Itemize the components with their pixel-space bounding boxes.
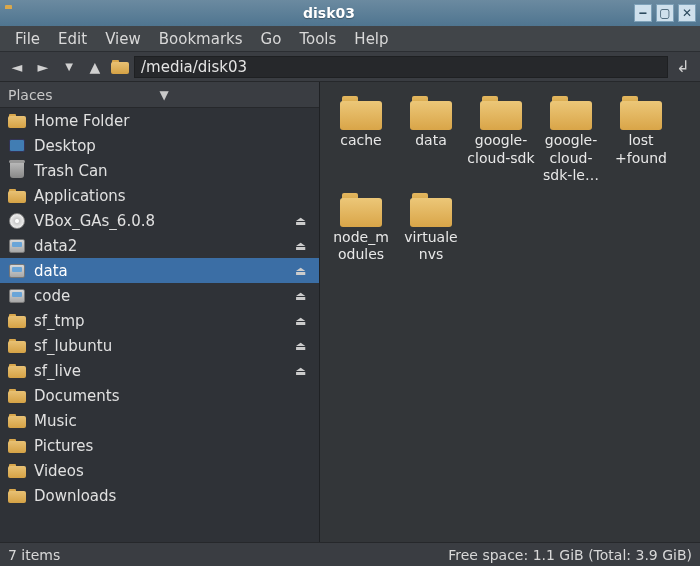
- sidebar-item-label: code: [34, 287, 287, 305]
- sidebar-item-label: Documents: [34, 387, 311, 405]
- drive-icon: [8, 237, 26, 255]
- sidebar-item-label: data: [34, 262, 287, 280]
- sidebar-item-data[interactable]: data ⏏: [0, 258, 319, 283]
- folder-icon: [8, 112, 26, 130]
- nav-home-button[interactable]: [110, 57, 130, 77]
- file-item-google-cloud-sdk[interactable]: google-cloud-sdk: [466, 92, 536, 189]
- window-folder-icon: [4, 5, 20, 21]
- eject-icon[interactable]: ⏏: [295, 239, 311, 253]
- nav-history-button[interactable]: ▼: [58, 56, 80, 78]
- sidebar-item-label: Videos: [34, 462, 311, 480]
- bookmark-button[interactable]: ↲: [672, 56, 694, 78]
- folder-icon: [8, 337, 26, 355]
- sidebar-item-music[interactable]: Music: [0, 408, 319, 433]
- drive-icon: [8, 262, 26, 280]
- sidebar-item-trash-can[interactable]: Trash Can: [0, 158, 319, 183]
- maximize-button[interactable]: ▢: [656, 4, 674, 22]
- menu-bookmarks[interactable]: Bookmarks: [150, 27, 252, 51]
- eject-icon[interactable]: ⏏: [295, 289, 311, 303]
- disc-icon: [8, 212, 26, 230]
- status-free-space: Free space: 1.1 GiB (Total: 3.9 GiB): [448, 547, 692, 563]
- sidebar-header-label: Places: [8, 87, 160, 103]
- file-label: data: [396, 132, 466, 150]
- trash-icon: [8, 162, 26, 180]
- sidebar-item-documents[interactable]: Documents: [0, 383, 319, 408]
- sidebar-item-applications[interactable]: Applications: [0, 183, 319, 208]
- eject-icon[interactable]: ⏏: [295, 314, 311, 328]
- toolbar: ◄ ► ▼ ▲ /media/disk03 ↲: [0, 52, 700, 82]
- sidebar-item-pictures[interactable]: Pictures: [0, 433, 319, 458]
- nav-back-button[interactable]: ◄: [6, 56, 28, 78]
- sidebar-item-label: Downloads: [34, 487, 311, 505]
- menu-help[interactable]: Help: [345, 27, 397, 51]
- icon-view[interactable]: cache data google-cloud-sdk google-cloud…: [320, 82, 700, 542]
- sidebar-item-label: sf_lubuntu: [34, 337, 287, 355]
- file-item-cache[interactable]: cache: [326, 92, 396, 189]
- sidebar-item-label: sf_live: [34, 362, 287, 380]
- folder-icon: [8, 412, 26, 430]
- status-items: 7 items: [8, 547, 448, 563]
- file-label: cache: [326, 132, 396, 150]
- file-item-google-cloud-sdk-le-[interactable]: google-cloud-sdk-le…: [536, 92, 606, 189]
- sidebar-item-label: data2: [34, 237, 287, 255]
- sidebar-item-code[interactable]: code ⏏: [0, 283, 319, 308]
- menu-go[interactable]: Go: [252, 27, 291, 51]
- sidebar: Places ▼ Home Folder Desktop Trash Can A…: [0, 82, 320, 542]
- folder-icon: [8, 437, 26, 455]
- eject-icon[interactable]: ⏏: [295, 264, 311, 278]
- drive-icon: [8, 287, 26, 305]
- menu-view[interactable]: View: [96, 27, 150, 51]
- file-item-node-m-odules[interactable]: node_m odules: [326, 189, 396, 268]
- sidebar-item-label: Pictures: [34, 437, 311, 455]
- file-label: lost +found: [606, 132, 676, 167]
- folder-icon: [8, 462, 26, 480]
- folder-icon: [340, 96, 382, 130]
- folder-icon: [550, 96, 592, 130]
- sidebar-item-downloads[interactable]: Downloads: [0, 483, 319, 508]
- folder-icon: [8, 487, 26, 505]
- folder-icon: [620, 96, 662, 130]
- sidebar-item-vbox-gas-6-0-8[interactable]: VBox_GAs_6.0.8 ⏏: [0, 208, 319, 233]
- menu-bar: File Edit View Bookmarks Go Tools Help: [0, 26, 700, 52]
- nav-up-button[interactable]: ▲: [84, 56, 106, 78]
- sidebar-item-sf-tmp[interactable]: sf_tmp ⏏: [0, 308, 319, 333]
- eject-icon[interactable]: ⏏: [295, 364, 311, 378]
- path-input[interactable]: /media/disk03: [134, 56, 668, 78]
- menu-file[interactable]: File: [6, 27, 49, 51]
- folder-icon: [410, 193, 452, 227]
- monitor-icon: [8, 137, 26, 155]
- sidebar-item-label: Music: [34, 412, 311, 430]
- sidebar-item-data2[interactable]: data2 ⏏: [0, 233, 319, 258]
- folder-icon: [8, 387, 26, 405]
- sidebar-dropdown-icon[interactable]: ▼: [160, 88, 312, 102]
- minimize-button[interactable]: ‒: [634, 4, 652, 22]
- sidebar-item-sf-lubuntu[interactable]: sf_lubuntu ⏏: [0, 333, 319, 358]
- sidebar-item-desktop[interactable]: Desktop: [0, 133, 319, 158]
- eject-icon[interactable]: ⏏: [295, 214, 311, 228]
- sidebar-item-label: Applications: [34, 187, 311, 205]
- sidebar-item-sf-live[interactable]: sf_live ⏏: [0, 358, 319, 383]
- sidebar-list: Home Folder Desktop Trash Can Applicatio…: [0, 108, 319, 542]
- sidebar-item-videos[interactable]: Videos: [0, 458, 319, 483]
- sidebar-item-label: Trash Can: [34, 162, 311, 180]
- status-bar: 7 items Free space: 1.1 GiB (Total: 3.9 …: [0, 542, 700, 566]
- sidebar-item-home-folder[interactable]: Home Folder: [0, 108, 319, 133]
- folder-icon: [480, 96, 522, 130]
- folder-icon: [8, 362, 26, 380]
- nav-forward-button[interactable]: ►: [32, 56, 54, 78]
- close-button[interactable]: ✕: [678, 4, 696, 22]
- menu-tools[interactable]: Tools: [290, 27, 345, 51]
- file-item-data[interactable]: data: [396, 92, 466, 189]
- title-bar: disk03 ‒ ▢ ✕: [0, 0, 700, 26]
- file-item-lost-found[interactable]: lost +found: [606, 92, 676, 189]
- file-label: google-cloud-sdk-le…: [536, 132, 606, 185]
- menu-edit[interactable]: Edit: [49, 27, 96, 51]
- sidebar-item-label: sf_tmp: [34, 312, 287, 330]
- window-title: disk03: [24, 5, 634, 21]
- file-item-virtuale-nvs[interactable]: virtuale nvs: [396, 189, 466, 268]
- sidebar-header[interactable]: Places ▼: [0, 82, 319, 108]
- eject-icon[interactable]: ⏏: [295, 339, 311, 353]
- file-label: virtuale nvs: [396, 229, 466, 264]
- folder-icon: [410, 96, 452, 130]
- file-label: node_m odules: [326, 229, 396, 264]
